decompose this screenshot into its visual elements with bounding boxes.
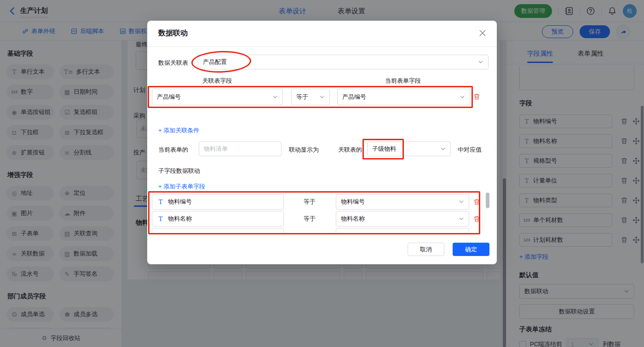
data-linkage-dialog: 数据联动 数据关联表 产品配置 关联表字段 当前表单字段 产品编号 等于 产品编… bbox=[147, 21, 497, 264]
chevron-down-icon bbox=[319, 94, 325, 100]
text-field-icon: T bbox=[157, 216, 164, 222]
text-field-icon: T bbox=[157, 199, 164, 205]
confirm-button[interactable]: 确定 bbox=[453, 243, 489, 256]
subfield-operator-text: 等于 bbox=[304, 198, 316, 206]
display-as-text: 联动显示为 bbox=[289, 146, 319, 154]
chevron-down-icon bbox=[478, 59, 483, 65]
dialog-divider bbox=[147, 46, 497, 47]
subfield-left-box[interactable]: T物料编号 bbox=[152, 194, 284, 210]
subfield-right-select[interactable]: 物料编号 bbox=[336, 194, 469, 210]
chevron-down-icon bbox=[459, 216, 464, 222]
chevron-down-icon bbox=[440, 146, 446, 152]
chevron-down-icon bbox=[272, 94, 278, 100]
subfield-section-label: 子字段数据联动 bbox=[158, 167, 200, 175]
linked-table-label: 数据关联表 bbox=[158, 59, 188, 67]
delete-condition-icon[interactable] bbox=[473, 93, 480, 101]
current-form-field-input[interactable]: 物料清单 bbox=[199, 142, 282, 156]
linked-table-select[interactable]: 产品配置 bbox=[198, 55, 489, 69]
col-header-linked-table-field: 关联表字段 bbox=[180, 77, 254, 85]
col-header-current-form-field: 当前表单字段 bbox=[366, 77, 440, 85]
linked-table-field-select[interactable]: 子级物料 bbox=[367, 142, 451, 156]
subfield-left-box[interactable]: T物料名称 bbox=[152, 211, 284, 227]
subfield-left-box[interactable] bbox=[152, 228, 284, 233]
subfield-rows: T物料编号 等于 物料编号 T物料名称 等于 物料名称 bbox=[152, 194, 484, 233]
subfield-operator-text: 等于 bbox=[304, 215, 316, 223]
condition-right-field-select[interactable]: 产品编号 bbox=[337, 89, 470, 105]
dialog-scrollbar-thumb[interactable] bbox=[486, 193, 489, 208]
close-icon[interactable] bbox=[478, 29, 487, 37]
add-condition-link[interactable]: + 添加关联条件 bbox=[158, 126, 199, 135]
mapping-suffix-text: 中对应值 bbox=[458, 146, 482, 154]
chevron-down-icon bbox=[459, 199, 464, 205]
delete-subfield-icon[interactable] bbox=[473, 215, 480, 223]
cancel-button[interactable]: 取消 bbox=[408, 243, 444, 256]
subfield-row: T物料名称 等于 物料名称 bbox=[152, 211, 484, 227]
subfield-row-clipped bbox=[152, 228, 484, 233]
delete-subfield-icon[interactable] bbox=[473, 198, 480, 206]
subfield-row: T物料编号 等于 物料编号 bbox=[152, 194, 484, 210]
subfield-right-select[interactable] bbox=[336, 228, 469, 233]
of-table-text: 关联表的 bbox=[338, 146, 362, 154]
condition-operator-select[interactable]: 等于 bbox=[291, 89, 330, 105]
mapping-prefix-text: 当前表单的 bbox=[158, 146, 188, 154]
condition-left-field-select[interactable]: 产品编号 bbox=[152, 89, 283, 105]
subfield-right-select[interactable]: 物料名称 bbox=[336, 211, 469, 227]
add-subfield-link[interactable]: + 添加子表单字段 bbox=[158, 182, 205, 191]
chevron-down-icon bbox=[460, 94, 465, 100]
dialog-title: 数据联动 bbox=[158, 28, 188, 38]
